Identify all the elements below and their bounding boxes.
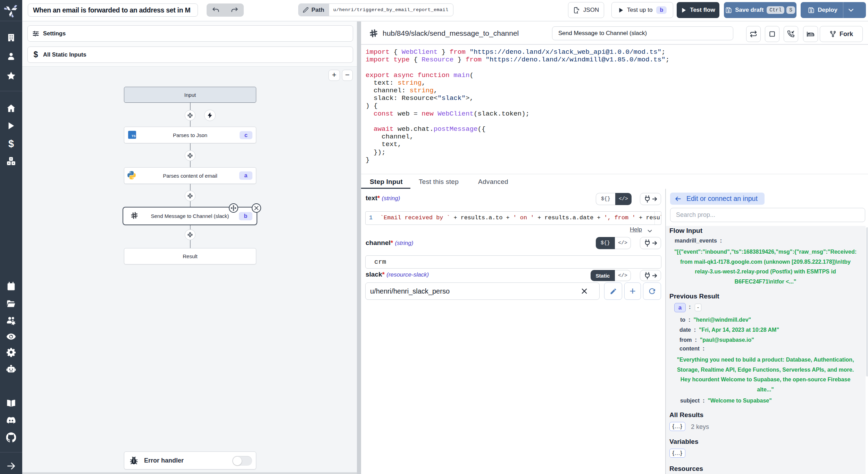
svg-text:TS: TS [132, 134, 136, 138]
